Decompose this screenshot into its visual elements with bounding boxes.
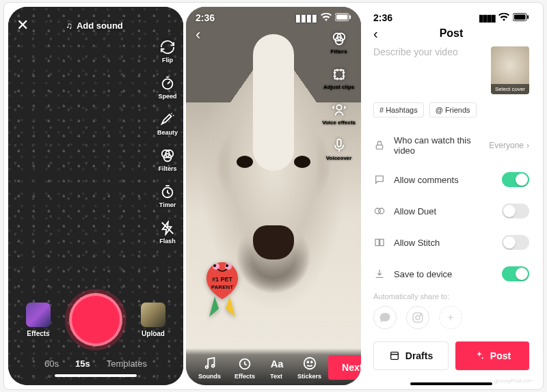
text-icon: Aa [269, 356, 284, 371]
sparkle-icon [474, 350, 485, 361]
svg-point-38 [420, 314, 421, 316]
drafts-button[interactable]: Drafts [373, 341, 449, 370]
watermark: groovyPost.com [494, 378, 533, 384]
speed-tool[interactable]: Speed [158, 76, 176, 100]
stitch-icon [373, 237, 386, 248]
svg-rect-14 [337, 139, 341, 147]
effects-tool[interactable]: Effects [235, 356, 255, 380]
share-message-button[interactable] [373, 306, 397, 329]
svg-point-17 [213, 264, 216, 267]
signal-icon: ▮▮▮▮ [295, 12, 317, 23]
cover-label: Select cover [491, 84, 529, 94]
upload-button[interactable]: Upload [141, 303, 165, 337]
svg-rect-7 [336, 14, 348, 19]
wifi-icon [498, 12, 509, 23]
post-header: ‹ Post [364, 23, 539, 46]
voice-effects-tool[interactable]: Voice effects [322, 102, 356, 126]
description-input[interactable]: Describe your video [373, 46, 485, 94]
svg-point-13 [336, 105, 341, 110]
svg-rect-35 [380, 239, 384, 245]
flash-icon [160, 221, 175, 236]
svg-point-37 [416, 316, 420, 320]
mode-15s[interactable]: 15s [75, 359, 90, 369]
adjust-clips-tool[interactable]: Adjust clips [323, 67, 354, 90]
allow-stitch-row: Allow Stitch [373, 227, 529, 258]
flip-tool[interactable]: Flip [160, 40, 175, 64]
signal-icon: ▮▮▮▮ [479, 12, 495, 23]
svg-text:#1 PET: #1 PET [212, 276, 233, 283]
timer-tool[interactable]: Timer [159, 184, 176, 208]
svg-rect-31 [376, 145, 382, 149]
svg-point-18 [226, 264, 228, 267]
stitch-toggle[interactable] [502, 235, 529, 250]
comments-toggle[interactable] [502, 172, 529, 187]
mode-selector: 60s 15s Templates [44, 359, 147, 369]
drafts-icon [389, 350, 400, 361]
allow-duet-row: Allow Duet [373, 195, 529, 227]
status-bar: 2:36 ▮▮▮▮ [186, 7, 361, 23]
chat-bubble-icon [379, 311, 391, 324]
page-title: Post [440, 27, 464, 40]
adjust-clips-icon [332, 67, 347, 82]
flip-label: Flip [162, 57, 173, 64]
download-icon [373, 268, 386, 279]
sticker-icon [302, 356, 317, 371]
pet-parent-sticker[interactable]: #1 PET PARENT [196, 254, 249, 325]
battery-icon [335, 12, 351, 23]
svg-rect-30 [527, 15, 529, 19]
beauty-label: Beauty [157, 129, 178, 136]
share-more-button[interactable] [439, 306, 462, 329]
back-button[interactable]: ‹ [373, 26, 378, 42]
filters-tool[interactable]: Filters [158, 148, 176, 172]
post-button[interactable]: Post [455, 341, 529, 370]
stickers-tool[interactable]: Stickers [297, 356, 321, 380]
svg-point-21 [205, 366, 208, 369]
speed-label: Speed [158, 93, 176, 100]
battery-icon [513, 12, 529, 23]
duet-icon [373, 206, 386, 216]
text-tool[interactable]: Aa Text [269, 356, 284, 380]
mode-60s[interactable]: 60s [44, 359, 59, 369]
next-button[interactable]: Next [328, 355, 361, 380]
duet-toggle[interactable] [502, 204, 529, 219]
svg-rect-12 [334, 70, 343, 79]
flash-tool[interactable]: Flash [159, 221, 176, 244]
home-indicator [55, 374, 137, 377]
svg-rect-29 [514, 14, 526, 19]
svg-rect-34 [375, 239, 379, 245]
lock-icon [373, 140, 386, 151]
sounds-tool[interactable]: Sounds [198, 356, 221, 380]
effects-button[interactable]: Effects [26, 303, 51, 337]
select-cover-button[interactable]: Select cover [491, 46, 529, 94]
beauty-tool[interactable]: Beauty [157, 112, 178, 136]
friends-chip[interactable]: @ Friends [429, 102, 477, 117]
music-note-icon: ♫ [66, 20, 72, 31]
privacy-row[interactable]: Who can watch this video Everyone› [373, 127, 529, 164]
svg-text:Aa: Aa [271, 359, 284, 369]
voice-effects-icon [332, 102, 347, 117]
save-toggle[interactable] [502, 266, 529, 281]
voiceover-tool[interactable]: Voiceover [326, 138, 352, 161]
add-sound-button[interactable]: ♫ Add sound [66, 20, 123, 31]
music-icon [202, 356, 217, 371]
home-indicator [410, 382, 492, 385]
capture-screen: ✕ ♫ Add sound Flip Speed Beauty Fil [8, 7, 183, 385]
chevron-right-icon: › [526, 141, 529, 150]
allow-comments-row: Allow comments [373, 164, 529, 195]
mode-templates[interactable]: Templates [107, 359, 147, 369]
timer-icon [160, 184, 175, 199]
plus-icon [446, 313, 455, 322]
svg-point-26 [307, 361, 308, 363]
close-icon[interactable]: ✕ [16, 16, 29, 34]
effects-label: Effects [26, 330, 51, 337]
record-button[interactable] [69, 293, 122, 346]
effects-thumbnail [26, 303, 51, 327]
status-bar: 2:36 ▮▮▮▮ [364, 7, 539, 23]
status-time: 2:36 [196, 12, 215, 23]
svg-point-33 [379, 208, 384, 214]
save-device-row: Save to device [373, 258, 529, 290]
back-button[interactable]: ‹ [186, 23, 361, 46]
filters-icon [160, 148, 175, 163]
hashtags-chip[interactable]: # Hashtags [373, 102, 424, 117]
share-instagram-button[interactable] [406, 306, 429, 329]
